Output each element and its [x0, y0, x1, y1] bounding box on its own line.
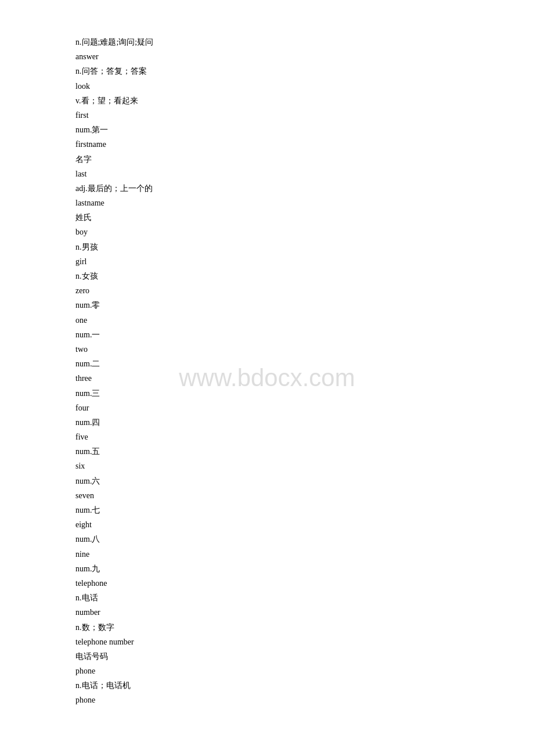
entry-2: lookv.看；望；看起来 [75, 79, 534, 108]
entry-21: telephone number电话号码 [75, 635, 534, 664]
definition-2: v.看；望；看起来 [75, 93, 534, 108]
word-9: zero [75, 283, 534, 298]
word-5: last [75, 167, 534, 181]
entry-16: sevennum.七 [75, 488, 534, 517]
definition-18: num.九 [75, 561, 534, 576]
entry-5: lastadj.最后的；上一个的 [75, 167, 534, 196]
word-11: two [75, 342, 534, 357]
entry-0: n.问题;难题;询问;疑问 [75, 35, 534, 49]
word-10: one [75, 313, 534, 327]
definition-10: num.一 [75, 327, 534, 342]
entry-15: sixnum.六 [75, 459, 534, 488]
definition-15: num.六 [75, 474, 534, 488]
word-17: eight [75, 517, 534, 532]
entry-23: phone [75, 693, 534, 707]
entry-12: threenum.三 [75, 371, 534, 400]
word-19: telephone [75, 576, 534, 591]
word-21: telephone number [75, 635, 534, 649]
page-content: n.问题;难题;询问;疑问answern.问答；答复；答案lookv.看；望；看… [0, 0, 534, 743]
word-14: five [75, 430, 534, 444]
word-8: girl [75, 254, 534, 269]
entry-18: ninenum.九 [75, 547, 534, 576]
word-13: four [75, 401, 534, 415]
word-6: lastname [75, 196, 534, 210]
entry-9: zeronum.零 [75, 283, 534, 312]
definition-0: n.问题;难题;询问;疑问 [75, 35, 534, 49]
word-7: boy [75, 225, 534, 239]
definition-22: n.电话；电话机 [75, 678, 534, 693]
word-23: phone [75, 693, 534, 707]
entry-19: telephonen.电话 [75, 576, 534, 605]
definition-14: num.五 [75, 444, 534, 459]
definition-3: num.第一 [75, 123, 534, 137]
entry-6: lastname姓氏 [75, 196, 534, 225]
entry-22: phonen.电话；电话机 [75, 664, 534, 693]
entry-20: numbern.数；数字 [75, 605, 534, 634]
definition-19: n.电话 [75, 591, 534, 605]
entry-14: fivenum.五 [75, 430, 534, 459]
word-12: three [75, 371, 534, 386]
definition-21: 电话号码 [75, 649, 534, 664]
definition-17: num.八 [75, 532, 534, 546]
definition-5: adj.最后的；上一个的 [75, 181, 534, 196]
definition-9: num.零 [75, 298, 534, 312]
definition-12: num.三 [75, 386, 534, 401]
definition-20: n.数；数字 [75, 620, 534, 635]
definition-4: 名字 [75, 152, 534, 167]
entry-1: answern.问答；答复；答案 [75, 49, 534, 78]
word-15: six [75, 459, 534, 473]
entry-4: firstname名字 [75, 137, 534, 166]
word-3: first [75, 108, 534, 123]
definition-6: 姓氏 [75, 210, 534, 225]
word-20: number [75, 605, 534, 620]
word-16: seven [75, 488, 534, 503]
word-18: nine [75, 547, 534, 561]
entry-8: girln.女孩 [75, 254, 534, 283]
word-4: firstname [75, 137, 534, 152]
definition-1: n.问答；答复；答案 [75, 64, 534, 78]
entry-11: twonum.二 [75, 342, 534, 371]
definition-11: num.二 [75, 357, 534, 371]
entry-10: onenum.一 [75, 313, 534, 342]
word-22: phone [75, 664, 534, 678]
entry-7: boyn.男孩 [75, 225, 534, 254]
entry-3: firstnum.第一 [75, 108, 534, 137]
entry-17: eightnum.八 [75, 517, 534, 546]
definition-13: num.四 [75, 415, 534, 430]
entry-13: fournum.四 [75, 401, 534, 430]
word-2: look [75, 79, 534, 93]
definition-7: n.男孩 [75, 240, 534, 254]
word-1: answer [75, 49, 534, 64]
definition-8: n.女孩 [75, 269, 534, 283]
definition-16: num.七 [75, 503, 534, 517]
